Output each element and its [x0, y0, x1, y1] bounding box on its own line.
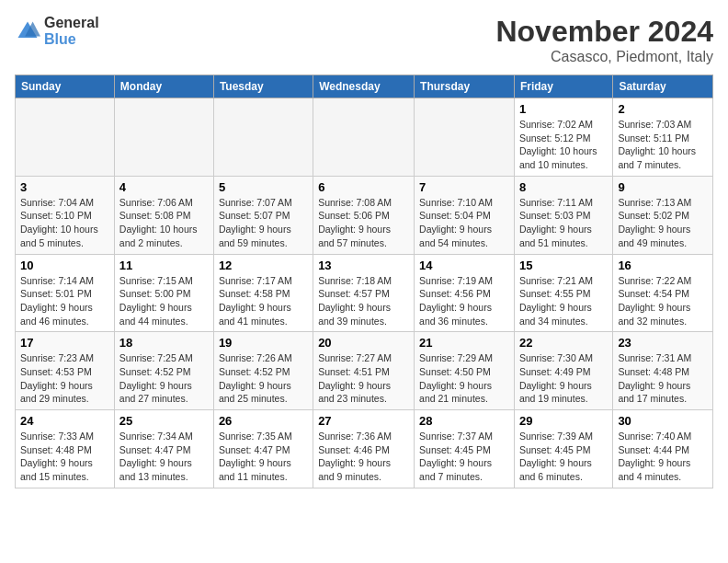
calendar-cell: 7Sunrise: 7:10 AM Sunset: 5:04 PM Daylig… [415, 176, 515, 254]
calendar-week-row: 3Sunrise: 7:04 AM Sunset: 5:10 PM Daylig… [16, 176, 713, 254]
day-info: Sunrise: 7:07 AM Sunset: 5:07 PM Dayligh… [219, 196, 308, 250]
day-number: 5 [219, 180, 308, 194]
calendar-cell: 30Sunrise: 7:40 AM Sunset: 4:44 PM Dayli… [613, 410, 713, 488]
day-info: Sunrise: 7:08 AM Sunset: 5:06 PM Dayligh… [318, 196, 409, 250]
calendar-cell: 3Sunrise: 7:04 AM Sunset: 5:10 PM Daylig… [16, 176, 115, 254]
calendar-cell: 20Sunrise: 7:27 AM Sunset: 4:51 PM Dayli… [313, 332, 415, 410]
month-title: November 2024 [495, 15, 713, 49]
location-title: Casasco, Piedmont, Italy [495, 49, 713, 65]
day-info: Sunrise: 7:25 AM Sunset: 4:52 PM Dayligh… [119, 351, 209, 406]
day-number: 2 [618, 102, 708, 116]
day-number: 4 [119, 180, 209, 194]
day-info: Sunrise: 7:03 AM Sunset: 5:11 PM Dayligh… [618, 118, 708, 172]
day-number: 23 [618, 336, 708, 350]
day-info: Sunrise: 7:30 AM Sunset: 4:49 PM Dayligh… [519, 351, 608, 406]
day-info: Sunrise: 7:34 AM Sunset: 4:47 PM Dayligh… [119, 430, 209, 484]
day-number: 10 [20, 259, 109, 272]
day-number: 24 [20, 414, 109, 428]
day-number: 20 [318, 336, 409, 350]
logo-text: General Blue [44, 15, 99, 48]
weekday-header: Thursday [415, 75, 515, 98]
calendar-cell [313, 98, 415, 177]
day-number: 28 [419, 414, 509, 428]
day-info: Sunrise: 7:10 AM Sunset: 5:04 PM Dayligh… [419, 196, 509, 250]
weekday-header: Saturday [613, 75, 713, 98]
day-number: 16 [618, 259, 708, 272]
day-number: 8 [519, 180, 608, 194]
day-info: Sunrise: 7:37 AM Sunset: 4:45 PM Dayligh… [419, 430, 509, 484]
day-info: Sunrise: 7:40 AM Sunset: 4:44 PM Dayligh… [618, 430, 708, 484]
day-number: 13 [318, 259, 409, 272]
logo-icon [15, 18, 40, 44]
weekday-header: Tuesday [213, 75, 313, 98]
day-number: 3 [20, 180, 109, 194]
page: General Blue November 2024 Casasco, Pied… [0, 0, 728, 496]
calendar-cell: 1Sunrise: 7:02 AM Sunset: 5:12 PM Daylig… [514, 98, 612, 177]
calendar-cell: 6Sunrise: 7:08 AM Sunset: 5:06 PM Daylig… [313, 176, 415, 254]
day-info: Sunrise: 7:02 AM Sunset: 5:12 PM Dayligh… [519, 118, 608, 172]
day-number: 25 [119, 414, 209, 428]
day-number: 12 [219, 259, 308, 272]
day-number: 7 [419, 180, 509, 194]
logo: General Blue [15, 15, 99, 48]
day-info: Sunrise: 7:15 AM Sunset: 5:00 PM Dayligh… [119, 274, 209, 328]
calendar-cell: 22Sunrise: 7:30 AM Sunset: 4:49 PM Dayli… [514, 332, 612, 410]
day-info: Sunrise: 7:18 AM Sunset: 4:57 PM Dayligh… [318, 274, 409, 328]
logo-general: General [44, 15, 99, 30]
calendar: SundayMondayTuesdayWednesdayThursdayFrid… [15, 75, 713, 488]
day-info: Sunrise: 7:35 AM Sunset: 4:47 PM Dayligh… [219, 430, 308, 484]
day-info: Sunrise: 7:04 AM Sunset: 5:10 PM Dayligh… [20, 196, 109, 250]
header-area: General Blue November 2024 Casasco, Pied… [15, 15, 713, 65]
calendar-cell: 13Sunrise: 7:18 AM Sunset: 4:57 PM Dayli… [313, 254, 415, 332]
day-info: Sunrise: 7:36 AM Sunset: 4:46 PM Dayligh… [318, 430, 409, 484]
calendar-cell: 11Sunrise: 7:15 AM Sunset: 5:00 PM Dayli… [114, 254, 213, 332]
day-info: Sunrise: 7:14 AM Sunset: 5:01 PM Dayligh… [20, 274, 109, 328]
calendar-week-row: 24Sunrise: 7:33 AM Sunset: 4:48 PM Dayli… [16, 410, 713, 488]
calendar-cell [114, 98, 213, 177]
weekday-header: Friday [514, 75, 612, 98]
title-area: November 2024 Casasco, Piedmont, Italy [495, 15, 713, 65]
calendar-cell: 18Sunrise: 7:25 AM Sunset: 4:52 PM Dayli… [114, 332, 213, 410]
calendar-cell: 27Sunrise: 7:36 AM Sunset: 4:46 PM Dayli… [313, 410, 415, 488]
day-number: 17 [20, 336, 109, 350]
calendar-cell: 5Sunrise: 7:07 AM Sunset: 5:07 PM Daylig… [213, 176, 313, 254]
day-number: 15 [519, 259, 608, 272]
calendar-cell: 28Sunrise: 7:37 AM Sunset: 4:45 PM Dayli… [415, 410, 515, 488]
calendar-cell: 4Sunrise: 7:06 AM Sunset: 5:08 PM Daylig… [114, 176, 213, 254]
day-number: 6 [318, 180, 409, 194]
day-number: 27 [318, 414, 409, 428]
day-number: 9 [618, 180, 708, 194]
calendar-cell [415, 98, 515, 177]
weekday-header: Sunday [16, 75, 115, 98]
calendar-cell [16, 98, 115, 177]
calendar-cell: 2Sunrise: 7:03 AM Sunset: 5:11 PM Daylig… [613, 98, 713, 177]
calendar-cell: 10Sunrise: 7:14 AM Sunset: 5:01 PM Dayli… [16, 254, 115, 332]
day-info: Sunrise: 7:29 AM Sunset: 4:50 PM Dayligh… [419, 351, 509, 406]
day-number: 26 [219, 414, 308, 428]
day-number: 18 [119, 336, 209, 350]
calendar-cell: 16Sunrise: 7:22 AM Sunset: 4:54 PM Dayli… [613, 254, 713, 332]
day-info: Sunrise: 7:21 AM Sunset: 4:55 PM Dayligh… [519, 274, 608, 328]
calendar-week-row: 17Sunrise: 7:23 AM Sunset: 4:53 PM Dayli… [16, 332, 713, 410]
weekday-header: Monday [114, 75, 213, 98]
day-number: 11 [119, 259, 209, 272]
day-info: Sunrise: 7:31 AM Sunset: 4:48 PM Dayligh… [618, 351, 708, 406]
calendar-cell: 12Sunrise: 7:17 AM Sunset: 4:58 PM Dayli… [213, 254, 313, 332]
day-info: Sunrise: 7:26 AM Sunset: 4:52 PM Dayligh… [219, 351, 308, 406]
calendar-cell: 26Sunrise: 7:35 AM Sunset: 4:47 PM Dayli… [213, 410, 313, 488]
calendar-cell [213, 98, 313, 177]
calendar-cell: 21Sunrise: 7:29 AM Sunset: 4:50 PM Dayli… [415, 332, 515, 410]
day-info: Sunrise: 7:13 AM Sunset: 5:02 PM Dayligh… [618, 196, 708, 250]
day-info: Sunrise: 7:22 AM Sunset: 4:54 PM Dayligh… [618, 274, 708, 328]
day-number: 14 [419, 259, 509, 272]
day-info: Sunrise: 7:11 AM Sunset: 5:03 PM Dayligh… [519, 196, 608, 250]
calendar-cell: 25Sunrise: 7:34 AM Sunset: 4:47 PM Dayli… [114, 410, 213, 488]
day-number: 22 [519, 336, 608, 350]
calendar-week-row: 1Sunrise: 7:02 AM Sunset: 5:12 PM Daylig… [16, 98, 713, 177]
day-info: Sunrise: 7:17 AM Sunset: 4:58 PM Dayligh… [219, 274, 308, 328]
day-info: Sunrise: 7:19 AM Sunset: 4:56 PM Dayligh… [419, 274, 509, 328]
day-number: 1 [519, 102, 608, 116]
day-info: Sunrise: 7:39 AM Sunset: 4:45 PM Dayligh… [519, 430, 608, 484]
calendar-week-row: 10Sunrise: 7:14 AM Sunset: 5:01 PM Dayli… [16, 254, 713, 332]
calendar-cell: 17Sunrise: 7:23 AM Sunset: 4:53 PM Dayli… [16, 332, 115, 410]
